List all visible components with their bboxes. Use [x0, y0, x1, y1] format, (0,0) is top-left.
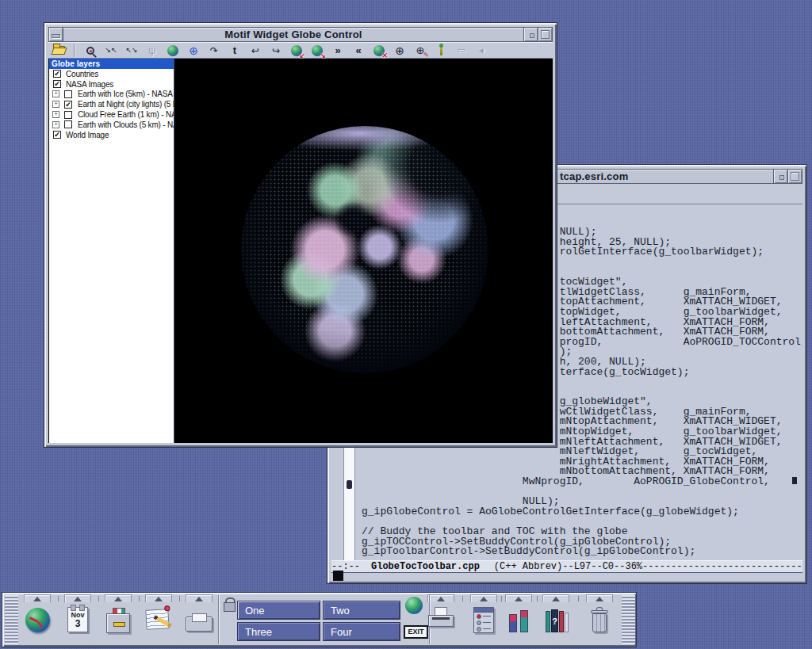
layer-item[interactable]: ✔World Image	[49, 130, 174, 140]
calendar-icon[interactable]: Nov 3	[62, 605, 94, 638]
select-pointer-button[interactable]: ➤	[475, 44, 489, 58]
printer-icon[interactable]	[425, 605, 457, 638]
mode-line-fill: ----------------------------------------…	[642, 561, 802, 572]
expand-left-icon: «	[355, 45, 361, 55]
globe-minimize-button[interactable]	[523, 28, 538, 41]
fly-tool-button[interactable]: t	[228, 44, 242, 58]
lock-icon[interactable]	[224, 597, 234, 610]
style-manager-icon[interactable]	[468, 605, 500, 638]
layer-item[interactable]: +✔Earth at Night (city lights) (5 km	[49, 99, 174, 109]
workspace-button-four[interactable]: Four	[323, 622, 400, 641]
layer-item[interactable]: +Earth with Ice (5km) - NASA	[49, 90, 174, 100]
globe-window-title: Motif Widget Globe Control	[63, 29, 523, 40]
fixed-zoom-out-button[interactable]: ↖↘	[124, 44, 139, 58]
identify-pole-icon	[440, 45, 442, 55]
editor-mode-line: --:--GlobeTocToolbar.cpp(C++ Abbrev)--L9…	[331, 560, 802, 573]
zoom-magnifier-button[interactable]	[83, 44, 98, 58]
globe-clear-button[interactable]: ✕	[372, 44, 386, 58]
open-folder-button[interactable]	[52, 44, 66, 58]
city-lights-layer	[241, 126, 488, 373]
globe-add-data-button[interactable]: ↙	[289, 44, 304, 58]
layer-item[interactable]: ✔Countries	[49, 69, 174, 79]
subpanel-arrow-tab[interactable]	[542, 594, 569, 602]
center-target-button[interactable]: ⊕	[393, 44, 407, 58]
layer-checkbox[interactable]	[64, 111, 72, 119]
identify-pole-button[interactable]	[434, 44, 448, 58]
subpanel-arrow-tab[interactable]	[24, 594, 51, 602]
subpanel-arrow-tab[interactable]	[505, 594, 532, 602]
expand-right-icon: »	[335, 45, 340, 55]
workspace-button-one[interactable]: One	[237, 601, 320, 620]
layer-item[interactable]: +Earth with Clouds (5 km) - NASA	[49, 120, 174, 130]
tab-separator	[501, 596, 502, 601]
panel-grip-right[interactable]	[622, 595, 635, 644]
expander-icon[interactable]: +	[52, 90, 59, 97]
magnifier-icon	[86, 47, 94, 55]
subpanel-arrow-tab[interactable]	[427, 594, 454, 602]
full-extent-globe-button[interactable]	[166, 44, 180, 58]
help-icon[interactable]: ?	[540, 605, 572, 638]
globe-navigate-button[interactable]: ⊕	[186, 44, 201, 58]
tab-separator	[139, 596, 140, 601]
mode-line-filename: GlobeTocToolbar.cpp	[371, 561, 480, 572]
layer-checkbox[interactable]: ✔	[53, 80, 61, 88]
fixed-zoom-in-icon: ↘↖	[105, 47, 117, 54]
subpanel-arrow-tab[interactable]	[586, 594, 613, 602]
editor-corner-block	[333, 571, 343, 581]
tab-separator	[58, 596, 59, 601]
editor-minibuffer[interactable]	[331, 573, 802, 581]
redo-view-icon: ↪	[272, 46, 280, 55]
workspace-button-two[interactable]: Two	[323, 601, 400, 620]
fixed-zoom-in-button[interactable]: ↘↖	[104, 44, 118, 58]
subpanel-arrow-tab[interactable]	[105, 594, 132, 602]
earth-globe[interactable]	[241, 126, 488, 373]
expand-left-button[interactable]: «	[351, 44, 366, 58]
app-manager-icon[interactable]	[503, 605, 534, 638]
layer-checkbox[interactable]	[64, 120, 72, 128]
expander-icon[interactable]: +	[52, 101, 59, 108]
undo-view-button[interactable]: ↩	[248, 44, 262, 58]
file-manager-icon[interactable]	[102, 605, 134, 638]
globe-viewport[interactable]	[174, 59, 553, 443]
panel-grip-left[interactable]	[5, 595, 18, 644]
target-sketch-button[interactable]: ⊕✎	[413, 44, 427, 58]
editor-minimize-button[interactable]	[773, 170, 787, 183]
find-tool-button[interactable]: ▭	[454, 44, 469, 58]
redo-view-button[interactable]: ↪	[269, 44, 283, 58]
mode-line-status: (C++ Abbrev)--L97--C0--36%	[494, 561, 642, 572]
subpanel-arrow-tab[interactable]	[64, 594, 91, 602]
subpanel-arrow-tab[interactable]	[186, 594, 213, 602]
calendar-day: 3	[68, 619, 87, 628]
layers-panel-header[interactable]: Globe layers	[49, 59, 174, 69]
globe-maximize-button[interactable]	[538, 28, 552, 41]
layer-checkbox[interactable]: ✔	[53, 70, 61, 78]
editor-maximize-button[interactable]	[787, 170, 802, 183]
window-menu-button[interactable]	[49, 28, 63, 41]
expander-icon[interactable]: +	[52, 121, 59, 128]
text-editor-icon[interactable]	[143, 605, 174, 638]
mail-icon[interactable]	[183, 605, 215, 638]
layer-checkbox[interactable]: ✔	[64, 101, 72, 109]
expand-right-button[interactable]: »	[331, 44, 345, 58]
find-tool-icon: ▭	[458, 46, 465, 55]
globe-title-bar[interactable]: Motif Widget Globe Control	[48, 27, 553, 42]
tab-separator	[462, 596, 463, 601]
subpanel-arrow-tab[interactable]	[145, 594, 172, 602]
clock-icon[interactable]	[21, 605, 53, 638]
globe-zoom-layer-button[interactable]: ↘	[310, 44, 324, 58]
pan-hand-icon: ψ	[148, 45, 155, 55]
trash-icon[interactable]	[584, 605, 615, 638]
rotate-down-button[interactable]: ↷	[207, 44, 221, 58]
pan-hand-button[interactable]: ψ	[145, 44, 159, 58]
workspace-button-three[interactable]: Three	[237, 622, 320, 641]
layer-checkbox[interactable]: ✔	[53, 131, 61, 139]
fixed-zoom-out-icon: ↖↘	[125, 47, 137, 54]
layers-panel: Globe layers ✔Countries✔NASA Images+Eart…	[49, 59, 174, 443]
layer-item[interactable]: +Cloud Free Earth (1 km) - NASA	[49, 109, 174, 120]
layer-checkbox[interactable]	[64, 90, 72, 98]
layers-list: ✔Countries✔NASA Images+Earth with Ice (5…	[49, 69, 174, 140]
scrollbar-thumb[interactable]	[347, 480, 352, 489]
layer-item[interactable]: ✔NASA Images	[49, 79, 174, 90]
expander-icon[interactable]: +	[52, 111, 59, 118]
subpanel-arrow-tab[interactable]	[470, 594, 497, 602]
